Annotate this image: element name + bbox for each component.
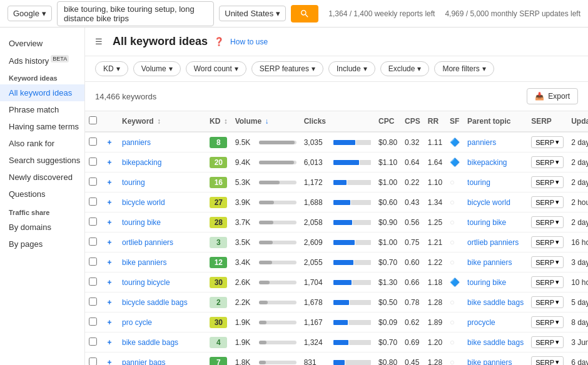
how-to-use-link[interactable]: How to use bbox=[230, 38, 268, 46]
row-checkbox[interactable] bbox=[89, 158, 97, 166]
add-keyword-button[interactable]: + bbox=[104, 358, 114, 366]
keyword-link[interactable]: bicycle world bbox=[122, 198, 165, 207]
add-keyword-button[interactable]: + bbox=[104, 198, 114, 207]
serp-button[interactable]: SERP ▾ bbox=[531, 336, 564, 348]
col-header-cps[interactable]: CPS bbox=[401, 111, 424, 132]
serp-button[interactable]: SERP ▾ bbox=[531, 256, 564, 268]
sidebar-item-phrase-match[interactable]: Phrase match bbox=[0, 101, 84, 118]
export-button[interactable]: 📥 Export bbox=[527, 88, 578, 104]
parent-topic-link[interactable]: bicycle world bbox=[467, 198, 510, 207]
parent-topic-link[interactable]: bike panniers bbox=[467, 358, 512, 366]
row-checkbox[interactable] bbox=[89, 278, 97, 286]
row-checkbox[interactable] bbox=[89, 198, 97, 206]
col-header-updated[interactable]: Updated bbox=[567, 111, 588, 132]
serp-button[interactable]: SERP ▾ bbox=[531, 276, 564, 288]
add-keyword-button[interactable]: + bbox=[104, 238, 114, 247]
row-checkbox[interactable] bbox=[89, 318, 97, 326]
parent-topic-link[interactable]: panniers bbox=[467, 138, 496, 147]
col-header-volume[interactable]: Volume ↓ bbox=[231, 111, 300, 132]
row-checkbox[interactable] bbox=[89, 338, 97, 346]
add-keyword-button[interactable]: + bbox=[104, 338, 114, 347]
serp-button[interactable]: SERP ▾ bbox=[531, 236, 564, 248]
row-checkbox[interactable] bbox=[89, 358, 97, 366]
col-header-cpc[interactable]: CPC bbox=[375, 111, 401, 132]
keyword-link[interactable]: bike panniers bbox=[122, 258, 166, 267]
serp-button[interactable]: SERP ▾ bbox=[531, 136, 564, 148]
select-all-checkbox[interactable] bbox=[89, 116, 97, 124]
parent-topic-link[interactable]: bike saddle bags bbox=[467, 298, 524, 307]
sidebar-item-all-keyword-ideas[interactable]: All keyword ideas bbox=[0, 84, 84, 101]
keyword-link[interactable]: bikepacking bbox=[122, 158, 161, 167]
filter-volume[interactable]: Volume ▾ bbox=[133, 61, 181, 76]
keywords-input[interactable]: bike touring, bike touring setup, long d… bbox=[57, 1, 214, 26]
row-checkbox[interactable] bbox=[89, 298, 97, 306]
row-checkbox[interactable] bbox=[89, 218, 97, 226]
filter-more[interactable]: More filters ▾ bbox=[434, 61, 494, 76]
serp-button[interactable]: SERP ▾ bbox=[531, 196, 564, 208]
sidebar-item-search-suggestions[interactable]: Search suggestions bbox=[0, 152, 84, 169]
location-select[interactable]: United States ▾ bbox=[219, 6, 286, 21]
keyword-link[interactable]: touring bbox=[122, 178, 145, 187]
keyword-link[interactable]: touring bicycle bbox=[122, 278, 170, 287]
add-keyword-button[interactable]: + bbox=[104, 218, 114, 227]
filter-serp-features[interactable]: SERP features ▾ bbox=[251, 61, 323, 76]
add-keyword-button[interactable]: + bbox=[104, 158, 114, 167]
add-keyword-button[interactable]: + bbox=[104, 138, 114, 147]
sidebar-item-having-same-terms[interactable]: Having same terms bbox=[0, 118, 84, 135]
sidebar-item-ads-history[interactable]: Ads historyBETA bbox=[0, 52, 84, 69]
serp-button[interactable]: SERP ▾ bbox=[531, 176, 564, 188]
serp-button[interactable]: SERP ▾ bbox=[531, 316, 564, 328]
search-button[interactable] bbox=[291, 5, 318, 22]
keyword-link[interactable]: bicycle saddle bags bbox=[122, 298, 188, 307]
sidebar-item-overview[interactable]: Overview bbox=[0, 35, 84, 52]
keyword-link[interactable]: pro cycle bbox=[122, 318, 152, 327]
filter-exclude[interactable]: Exclude ▾ bbox=[380, 61, 430, 76]
keyword-link[interactable]: ortlieb panniers bbox=[122, 238, 173, 247]
keyword-link[interactable]: bike saddle bags bbox=[122, 338, 178, 347]
serp-button[interactable]: SERP ▾ bbox=[531, 216, 564, 228]
question-icon[interactable]: ❓ bbox=[214, 37, 224, 46]
sidebar-item-newly-discovered[interactable]: Newly discovered bbox=[0, 169, 84, 186]
sidebar-item-by-domains[interactable]: By domains bbox=[0, 219, 84, 236]
parent-topic-link[interactable]: touring bbox=[467, 178, 490, 187]
col-header-rr[interactable]: RR bbox=[424, 111, 446, 132]
rr-cell: 1.21 bbox=[424, 232, 446, 252]
filter-kd[interactable]: KD ▾ bbox=[95, 61, 128, 76]
col-header-clicks[interactable]: Clicks bbox=[300, 111, 330, 132]
parent-topic-link[interactable]: ortlieb panniers bbox=[467, 238, 519, 247]
row-checkbox[interactable] bbox=[89, 258, 97, 266]
keyword-link[interactable]: touring bike bbox=[122, 218, 161, 227]
filter-word-count[interactable]: Word count ▾ bbox=[186, 61, 246, 76]
row-checkbox[interactable] bbox=[89, 138, 97, 146]
parent-topic-link[interactable]: procycle bbox=[467, 318, 495, 327]
parent-topic-link[interactable]: touring bike bbox=[467, 278, 506, 287]
add-keyword-button[interactable]: + bbox=[104, 278, 114, 287]
col-header-serp[interactable]: SERP bbox=[527, 111, 567, 132]
col-header-check[interactable] bbox=[85, 111, 101, 132]
row-checkbox[interactable] bbox=[89, 238, 97, 246]
serp-button[interactable]: SERP ▾ bbox=[531, 296, 564, 308]
serp-button[interactable]: SERP ▾ bbox=[531, 156, 564, 168]
parent-topic-link[interactable]: touring bike bbox=[467, 218, 506, 227]
col-header-sf[interactable]: SF bbox=[446, 111, 464, 132]
hamburger-icon[interactable]: ☰ bbox=[95, 37, 103, 46]
keyword-link[interactable]: panniers bbox=[122, 138, 151, 147]
add-keyword-button[interactable]: + bbox=[104, 298, 114, 307]
add-keyword-button[interactable]: + bbox=[104, 178, 114, 187]
sidebar-item-also-rank-for[interactable]: Also rank for bbox=[0, 135, 84, 152]
engine-select[interactable]: Google ▾ bbox=[8, 6, 52, 21]
sidebar-item-by-pages[interactable]: By pages bbox=[0, 236, 84, 252]
filter-include[interactable]: Include ▾ bbox=[328, 61, 375, 76]
keyword-link[interactable]: pannier bags bbox=[122, 358, 165, 366]
row-checkbox[interactable] bbox=[89, 178, 97, 186]
col-header-keyword[interactable]: Keyword ↕ bbox=[118, 111, 206, 132]
parent-topic-link[interactable]: bike panniers bbox=[467, 258, 512, 267]
parent-topic-link[interactable]: bikepacking bbox=[467, 158, 507, 167]
col-header-kd[interactable]: KD ↕ bbox=[206, 111, 231, 132]
add-keyword-button[interactable]: + bbox=[104, 318, 114, 327]
col-header-parent[interactable]: Parent topic bbox=[464, 111, 527, 132]
serp-button[interactable]: SERP ▾ bbox=[531, 356, 564, 365]
parent-topic-link[interactable]: bike saddle bags bbox=[467, 338, 524, 347]
add-keyword-button[interactable]: + bbox=[104, 258, 114, 267]
sidebar-item-questions[interactable]: Questions bbox=[0, 186, 84, 202]
